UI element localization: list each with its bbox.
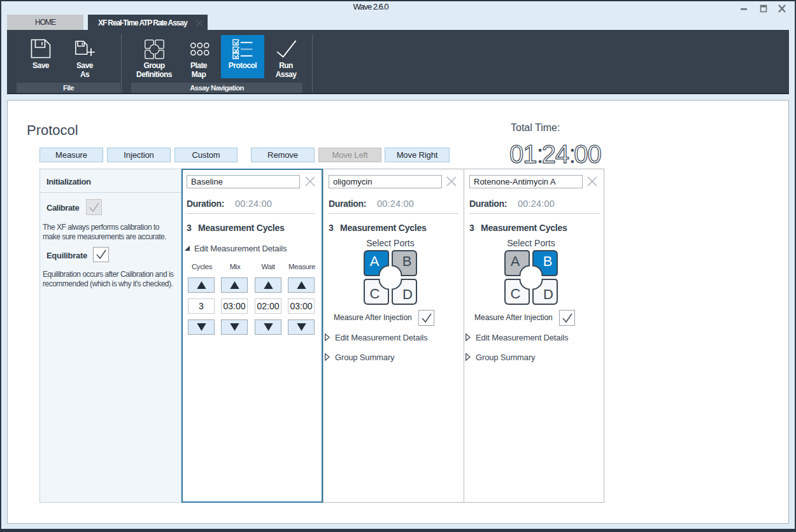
svg-text:D: D bbox=[402, 286, 413, 302]
svg-text:C: C bbox=[511, 286, 521, 302]
svg-text:C: C bbox=[370, 286, 380, 302]
svg-text:B: B bbox=[402, 253, 412, 269]
svg-text:D: D bbox=[543, 286, 553, 302]
svg-text:A: A bbox=[370, 253, 380, 269]
svg-text:A: A bbox=[511, 253, 520, 269]
svg-text:B: B bbox=[543, 253, 553, 269]
